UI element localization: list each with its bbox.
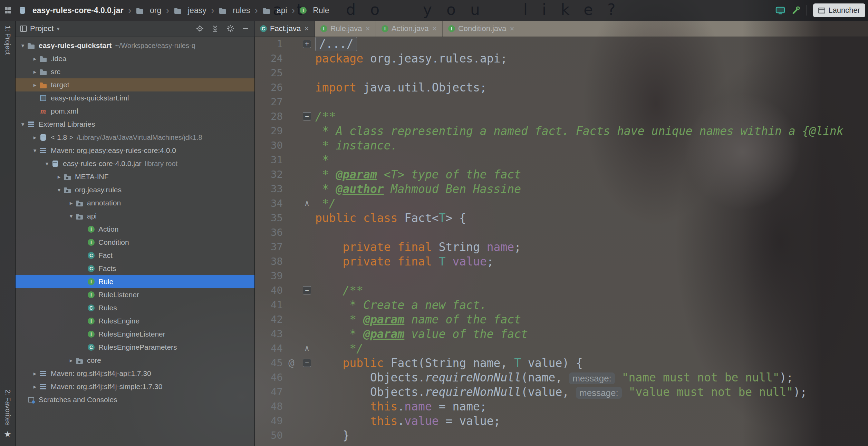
line-number[interactable]: 46 xyxy=(254,371,283,383)
breadcrumb-item-org[interactable]: org xyxy=(136,6,161,15)
chevron-right-icon[interactable]: ▸ xyxy=(30,68,39,76)
line-number[interactable]: 35 xyxy=(254,212,283,224)
line-number[interactable]: 25 xyxy=(254,67,283,79)
chevron-right-icon[interactable]: ▸ xyxy=(55,173,64,181)
code-line[interactable]: 48 this.name = name; xyxy=(254,399,868,414)
chevron-right-icon[interactable]: ▸ xyxy=(30,370,39,377)
close-icon[interactable]: × xyxy=(304,24,309,33)
code-line[interactable]: 25 xyxy=(254,66,868,80)
hide-panel-icon[interactable] xyxy=(241,25,250,33)
code-line[interactable]: 36 xyxy=(254,225,868,240)
line-number[interactable]: 26 xyxy=(254,81,283,93)
tree-item-org-jeasy-rules[interactable]: ▾org.jeasy.rules xyxy=(15,183,254,196)
tree-item-meta-inf[interactable]: ▸META-INF xyxy=(15,170,254,183)
tree-item-scratches-and-consoles[interactable]: Scratches and Consoles xyxy=(15,393,254,406)
tree-item-facts[interactable]: CFacts xyxy=(15,262,254,275)
annotation-gutter-icon[interactable]: @ xyxy=(283,357,300,369)
fold-collapse-icon[interactable]: − xyxy=(303,286,311,294)
line-number[interactable]: 38 xyxy=(254,255,283,267)
fold-end-icon[interactable]: ∧ xyxy=(305,200,309,207)
line-number[interactable]: 48 xyxy=(254,400,283,412)
code-line[interactable]: 47 Objects.requireNonNull(value, message… xyxy=(254,385,868,399)
tab-condition-java[interactable]: ICondition.java× xyxy=(443,21,520,37)
line-number[interactable]: 47 xyxy=(254,386,283,398)
tree-item-rulelistener[interactable]: IRuleListener xyxy=(15,288,254,301)
code-line[interactable]: 26import java.util.Objects; xyxy=(254,80,868,95)
code-line[interactable]: 50 } xyxy=(254,428,868,443)
chevron-right-icon[interactable]: ▸ xyxy=(30,134,39,141)
project-view-selector[interactable]: Project ▾ xyxy=(20,24,60,33)
line-number[interactable]: 39 xyxy=(254,270,283,282)
code-line[interactable]: 29 * A class representing a named fact. … xyxy=(254,124,868,138)
code-line[interactable]: 44∧ */ xyxy=(254,341,868,356)
code-line[interactable]: 1+/.../ xyxy=(254,37,868,51)
chevron-down-icon[interactable]: ▾ xyxy=(55,186,64,194)
tab-fact-java[interactable]: CFact.java× xyxy=(254,21,315,37)
window-grid-icon[interactable] xyxy=(4,7,12,14)
tree-item-fact[interactable]: CFact xyxy=(15,249,254,262)
tab-rule-java[interactable]: IRule.java× xyxy=(315,21,376,37)
tree-item-api[interactable]: ▾api xyxy=(15,210,254,223)
tree-item-rule[interactable]: IRule xyxy=(15,275,254,288)
code-line[interactable]: 42 * @param name of the fact xyxy=(254,312,868,327)
breadcrumb-item-jeasy[interactable]: jeasy xyxy=(174,6,206,15)
fold-collapse-icon[interactable]: − xyxy=(303,112,311,120)
tool-window-tab-favorites[interactable]: 2: Favorites ★ xyxy=(4,389,12,439)
tree-item-condition[interactable]: ICondition xyxy=(15,236,254,249)
line-number[interactable]: 42 xyxy=(254,313,283,325)
chevron-right-icon[interactable]: ▸ xyxy=(30,55,39,62)
line-number[interactable]: 1 xyxy=(254,38,283,50)
line-number[interactable]: 50 xyxy=(254,429,283,441)
chevron-down-icon[interactable]: ▾ xyxy=(18,42,27,49)
code-line[interactable]: 43 * @param value of the fact xyxy=(254,327,868,341)
chevron-down-icon[interactable]: ▾ xyxy=(67,213,76,220)
line-number[interactable]: 27 xyxy=(254,96,283,108)
tree-item-external-libraries[interactable]: ▾External Libraries xyxy=(15,118,254,131)
gear-icon[interactable] xyxy=(226,25,234,33)
line-number[interactable]: 33 xyxy=(254,183,283,195)
line-number[interactable]: 49 xyxy=(254,415,283,427)
code-line[interactable]: 28−/** xyxy=(254,109,868,124)
tree-item-core[interactable]: ▸core xyxy=(15,354,254,367)
line-number[interactable]: 40 xyxy=(254,284,283,296)
code-line[interactable]: 31 * xyxy=(254,153,868,167)
line-number[interactable]: 45 xyxy=(254,357,283,369)
code-line[interactable]: 35public class Fact<T> { xyxy=(254,211,868,225)
tree-item-pom-xml[interactable]: mpom.xml xyxy=(15,105,254,118)
chevron-right-icon[interactable]: ▸ xyxy=(67,357,76,364)
tree-item-src[interactable]: ▸src xyxy=(15,65,254,78)
collapse-all-icon[interactable] xyxy=(211,25,219,33)
breadcrumb-item-easy-rules-core-4-0-0-jar[interactable]: easy-rules-core-4.0.0.jar xyxy=(19,6,123,15)
line-number[interactable]: 36 xyxy=(254,226,283,238)
launcher-button[interactable]: Launcher xyxy=(813,3,865,17)
breadcrumb-item-rules[interactable]: rules xyxy=(219,6,250,15)
code-editor[interactable]: 1+/.../24package org.jeasy.rules.api;252… xyxy=(254,37,868,446)
code-line[interactable]: 45@− public Fact(String name, T value) { xyxy=(254,356,868,370)
tool-window-tab-project[interactable]: 1: Project xyxy=(4,26,12,55)
tree-item-annotation[interactable]: ▸annotation xyxy=(15,196,254,210)
screen-share-icon[interactable] xyxy=(775,6,785,14)
code-line[interactable]: 41 * Create a new fact. xyxy=(254,298,868,312)
code-line[interactable]: 32 * @param <T> type of the fact xyxy=(254,167,868,182)
fold-collapse-icon[interactable]: − xyxy=(303,359,311,367)
code-line[interactable]: 38 private final T value; xyxy=(254,254,868,269)
code-line[interactable]: 30 * instance. xyxy=(254,138,868,153)
tree-item-rulesengine[interactable]: IRulesEngine xyxy=(15,314,254,328)
line-number[interactable]: 32 xyxy=(254,168,283,180)
chevron-right-icon[interactable]: ▸ xyxy=(30,383,39,390)
line-number[interactable]: 37 xyxy=(254,241,283,253)
tree-item-idea[interactable]: ▸.idea xyxy=(15,52,254,65)
fold-end-icon[interactable]: ∧ xyxy=(305,345,309,352)
close-icon[interactable]: × xyxy=(510,24,514,33)
tree-item-rules[interactable]: CRules xyxy=(15,301,254,314)
code-line[interactable]: 49 this.value = value; xyxy=(254,414,868,428)
close-icon[interactable]: × xyxy=(365,24,370,33)
code-line[interactable]: 40− /** xyxy=(254,283,868,298)
line-number[interactable]: 43 xyxy=(254,328,283,340)
tree-item-rulesengineparameters[interactable]: CRulesEngineParameters xyxy=(15,341,254,354)
breadcrumb-item-api[interactable]: api xyxy=(263,6,287,15)
line-number[interactable]: 44 xyxy=(254,342,283,354)
tree-item-target[interactable]: ▸target xyxy=(15,78,254,91)
code-line[interactable]: 27 xyxy=(254,95,868,109)
chevron-down-icon[interactable]: ▾ xyxy=(18,121,27,128)
